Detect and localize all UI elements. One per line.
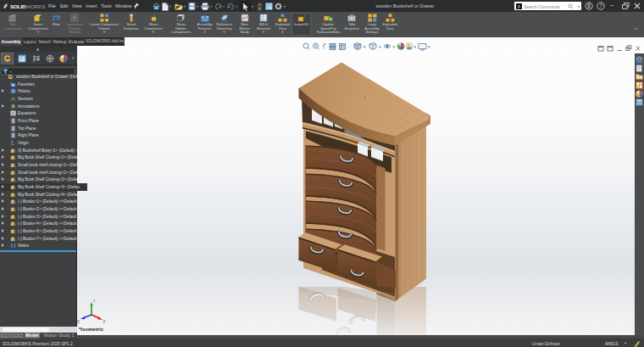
svg-text:▾: ▾ bbox=[393, 44, 396, 49]
svg-text:Y: Y bbox=[93, 299, 96, 304]
svg-text:▾: ▾ bbox=[414, 44, 417, 49]
svg-text:▾: ▾ bbox=[364, 44, 366, 49]
svg-text:▾: ▾ bbox=[428, 44, 430, 49]
svg-text:Z: Z bbox=[77, 320, 80, 324]
svg-text:?: ? bbox=[599, 3, 602, 8]
svg-text:A: A bbox=[12, 104, 15, 109]
svg-text:▾: ▾ bbox=[379, 44, 381, 49]
svg-text:·: · bbox=[348, 44, 350, 49]
svg-text:X: X bbox=[103, 320, 106, 324]
